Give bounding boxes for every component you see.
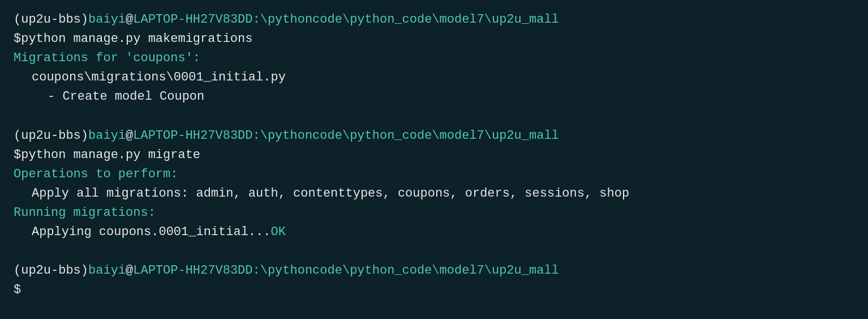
command-line: $ python manage.py makemigrations — [14, 29, 854, 49]
prompt-line: (up2u-bbs) baiyi@LAPTOP-HH27V83D D:\pyth… — [14, 261, 854, 280]
prompt-host: LAPTOP-HH27V83D — [133, 10, 245, 29]
prompt-host: LAPTOP-HH27V83D — [133, 261, 245, 280]
prompt-env-open: ( — [14, 10, 21, 29]
prompt-path: D:\pythoncode\python_code\model7\up2u_ma… — [245, 126, 559, 146]
indent1-line: coupons\migrations\0001_initial.py — [14, 68, 854, 87]
prompt-at: @ — [126, 10, 133, 29]
blank-line — [14, 107, 854, 126]
prompt-env-close: ) — [81, 261, 88, 280]
prompt-at: @ — [126, 261, 133, 280]
command-text: python manage.py migrate — [21, 146, 200, 165]
indent1-line: Apply all migrations: admin, auth, conte… — [14, 184, 854, 203]
indent2-text: - Create model Coupon — [14, 87, 204, 107]
applying-text: Applying coupons.0001_initial... — [14, 223, 270, 242]
final-dollar: $ — [14, 280, 21, 300]
prompt-host: LAPTOP-HH27V83D — [133, 126, 245, 146]
indent2-line: - Create model Coupon — [14, 87, 854, 107]
prompt-env-close: ) — [81, 126, 88, 146]
prompt-path: D:\pythoncode\python_code\model7\up2u_ma… — [245, 261, 559, 280]
status-line: Running migrations: — [14, 203, 854, 223]
prompt-user: baiyi — [88, 126, 126, 146]
prompt-at: @ — [126, 126, 133, 146]
prompt-env-open: ( — [14, 126, 21, 146]
prompt-env-name: up2u-bbs — [21, 126, 81, 146]
prompt-user: baiyi — [88, 10, 126, 29]
prompt-env-name: up2u-bbs — [21, 10, 81, 29]
blank-line — [14, 242, 854, 261]
command-text: python manage.py makemigrations — [21, 29, 252, 49]
applying-line: Applying coupons.0001_initial... OK — [14, 223, 854, 242]
prompt-env-close: ) — [81, 10, 88, 29]
prompt-line: (up2u-bbs) baiyi@LAPTOP-HH27V83D D:\pyth… — [14, 10, 854, 29]
terminal: (up2u-bbs) baiyi@LAPTOP-HH27V83D D:\pyth… — [14, 10, 854, 309]
indent1-text: coupons\migrations\0001_initial.py — [14, 68, 286, 87]
command-line: $ python manage.py migrate — [14, 146, 854, 165]
status-text: Migrations for 'coupons': — [14, 49, 200, 68]
status-line: Migrations for 'coupons': — [14, 49, 854, 68]
dollar-only-line: $ — [14, 280, 854, 300]
prompt-env-open: ( — [14, 261, 21, 280]
prompt-user: baiyi — [88, 261, 126, 280]
ok-badge: OK — [270, 223, 285, 242]
prompt-path: D:\pythoncode\python_code\model7\up2u_ma… — [245, 10, 559, 29]
prompt-line: (up2u-bbs) baiyi@LAPTOP-HH27V83D D:\pyth… — [14, 126, 854, 146]
prompt-env-name: up2u-bbs — [21, 261, 81, 280]
dollar-sign: $ — [14, 146, 21, 165]
status-line: Operations to perform: — [14, 165, 854, 184]
status-text: Operations to perform: — [14, 165, 178, 184]
dollar-sign: $ — [14, 29, 21, 49]
status-text: Running migrations: — [14, 203, 156, 223]
indent1-text: Apply all migrations: admin, auth, conte… — [14, 184, 629, 203]
